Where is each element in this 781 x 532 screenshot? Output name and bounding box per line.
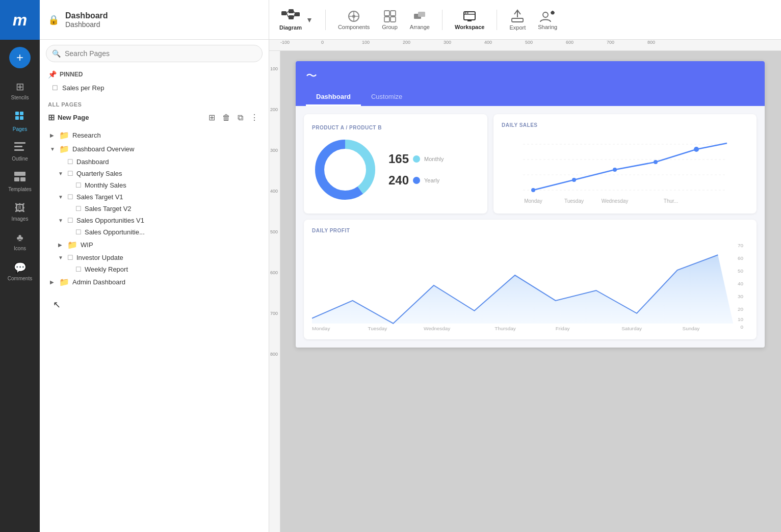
ruler-mark-v: 400 bbox=[270, 189, 278, 194]
delete-page-action[interactable]: 🗑 bbox=[220, 112, 232, 123]
tree-item-sales-opp-v2[interactable]: ▶ ☐ Sales Opportunitie... bbox=[48, 226, 261, 238]
svg-text:Tuesday: Tuesday bbox=[368, 326, 387, 331]
group-icon bbox=[383, 10, 397, 23]
add-button[interactable]: + bbox=[9, 47, 31, 68]
sidebar-item-outline[interactable]: Outline bbox=[0, 137, 40, 167]
svg-rect-29 bbox=[418, 12, 425, 17]
group-label: Group bbox=[382, 24, 398, 30]
add-page-action[interactable]: ⊞ bbox=[206, 112, 217, 123]
cursor-indicator: ↖ bbox=[48, 289, 261, 315]
svg-rect-13 bbox=[295, 12, 300, 16]
diagram-icon-area[interactable]: Diagram bbox=[279, 9, 302, 31]
ruler-mark-v: 200 bbox=[270, 107, 278, 112]
diagram-group: Diagram ▼ bbox=[279, 9, 313, 31]
page-doc-icon: ☐ bbox=[52, 84, 58, 92]
legend-yearly: 240 Yearly bbox=[388, 173, 444, 188]
all-pages-label: ALL PAGES bbox=[48, 101, 261, 108]
pin-icon: 📌 bbox=[48, 70, 57, 78]
folder-icon: 📁 bbox=[59, 277, 69, 287]
workspace-icon bbox=[462, 10, 477, 23]
svg-text:0: 0 bbox=[741, 324, 744, 330]
tree-item-monthly-sales[interactable]: ▶ ☐ Monthly Sales bbox=[48, 179, 261, 191]
sidebar-item-pages[interactable]: Pages bbox=[0, 105, 40, 137]
diagram-label: Diagram bbox=[279, 24, 302, 31]
daily-sales-chart: Monday Tuesday Wednesday Thur... bbox=[502, 134, 748, 205]
sidebar-item-images[interactable]: 🖼 Images bbox=[0, 197, 40, 227]
toolbar-subtitle: Dashboard bbox=[65, 20, 108, 29]
tree-item-investor-update[interactable]: ▼ ☐ Investor Update bbox=[48, 252, 261, 263]
tree-item-admin-dashboard[interactable]: ▶ 📁 Admin Dashboard bbox=[48, 275, 261, 289]
sidebar-item-comments[interactable]: 💬 Comments bbox=[0, 256, 40, 286]
folder-icon: 📁 bbox=[59, 144, 69, 154]
copy-page-action[interactable]: ⧉ bbox=[236, 112, 245, 123]
sidebar-item-stencils[interactable]: ⊞ Stencils bbox=[0, 75, 40, 105]
tree-item-dashboard-overview[interactable]: ▼ 📁 Dashboard Overview bbox=[48, 142, 261, 156]
tree-item-wip[interactable]: ▶ 📁 WIP bbox=[48, 238, 261, 252]
images-icon: 🖼 bbox=[15, 202, 25, 214]
diagram-dropdown-icon[interactable]: ▼ bbox=[306, 16, 313, 24]
new-page-button[interactable]: ⊞ New Page bbox=[48, 111, 89, 124]
tree-arrow-icon: ▼ bbox=[50, 146, 56, 152]
ruler-mark: -100 bbox=[280, 40, 290, 45]
arrange-group[interactable]: Arrange bbox=[410, 10, 430, 30]
sharing-icon bbox=[539, 10, 556, 23]
tree-item-weekly-report[interactable]: ▶ ☐ Weekly Report bbox=[48, 263, 261, 275]
canvas-wrapper[interactable]: -100 0 100 200 300 400 500 600 700 800 1… bbox=[269, 40, 781, 532]
pinned-label: 📌 PINNED bbox=[48, 70, 261, 78]
sidebar-item-label: Comments bbox=[8, 276, 32, 281]
tree-item-sales-target-v1[interactable]: ▼ ☐ Sales Target V1 bbox=[48, 191, 261, 203]
sidebar-item-icons[interactable]: ♣ Icons bbox=[0, 227, 40, 256]
svg-text:20: 20 bbox=[738, 306, 744, 312]
doc-icon: ☐ bbox=[75, 205, 82, 212]
ruler-mark: 200 bbox=[403, 40, 410, 45]
svg-line-15 bbox=[287, 13, 289, 17]
more-page-action[interactable]: ⋮ bbox=[248, 112, 261, 123]
daily-sales-card: DAILY SALES bbox=[493, 114, 757, 214]
ruler-mark: 100 bbox=[362, 40, 370, 45]
export-group[interactable]: Export bbox=[509, 9, 526, 31]
pinned-item-sales-per-rep[interactable]: ☐ Sales per Rep bbox=[48, 82, 261, 94]
ruler-mark: 600 bbox=[566, 40, 574, 45]
tree-item-research[interactable]: ▶ 📁 Research bbox=[48, 128, 261, 142]
search-input[interactable] bbox=[46, 45, 263, 62]
svg-text:30: 30 bbox=[738, 294, 744, 299]
diagram-svg-icon bbox=[281, 9, 300, 23]
templates-icon bbox=[14, 172, 25, 184]
new-page-icon: ⊞ bbox=[48, 113, 55, 122]
tree-item-sales-target-v2[interactable]: ▶ ☐ Sales Target V2 bbox=[48, 203, 261, 215]
daily-profit-svg: 70 60 50 40 30 20 10 0 bbox=[312, 240, 748, 331]
monthly-dot bbox=[413, 155, 420, 163]
sharing-label: Sharing bbox=[538, 24, 557, 30]
components-group[interactable]: Components bbox=[338, 10, 370, 30]
sidebar-item-templates[interactable]: Templates bbox=[0, 167, 40, 197]
svg-rect-0 bbox=[15, 112, 19, 115]
sidebar-item-label: Pages bbox=[13, 126, 27, 132]
tree-item-dashboard[interactable]: ▶ ☐ Dashboard bbox=[48, 156, 261, 168]
tab-customize[interactable]: Customize bbox=[361, 89, 412, 106]
tree-item-quarterly-sales[interactable]: ▼ ☐ Quarterly Sales bbox=[48, 168, 261, 179]
sharing-group[interactable]: Sharing bbox=[538, 10, 557, 30]
doc-icon: ☐ bbox=[75, 228, 82, 236]
tab-dashboard[interactable]: Dashboard bbox=[306, 89, 361, 106]
divider2 bbox=[442, 10, 442, 30]
svg-rect-10 bbox=[281, 11, 287, 15]
svg-rect-27 bbox=[390, 17, 396, 22]
search-icon: 🔍 bbox=[52, 49, 61, 58]
donut-legend: 165 Monthly bbox=[388, 152, 444, 188]
ruler-mark: 700 bbox=[607, 40, 614, 45]
icon-sidebar: m + ⊞ Stencils Pages Outline bbox=[0, 0, 40, 532]
ruler-mark: 500 bbox=[525, 40, 533, 45]
doc-icon: ☐ bbox=[67, 254, 73, 261]
svg-text:Monday: Monday bbox=[524, 198, 542, 204]
tree-item-sales-opp-v1[interactable]: ▼ ☐ Sales Opportunities V1 bbox=[48, 215, 261, 226]
svg-text:10: 10 bbox=[738, 316, 744, 322]
pages-panel: 🔒 Dashboard Dashboard 🔍 📌 PINNED ☐ Sales… bbox=[40, 0, 269, 532]
ruler-mark-v: 100 bbox=[270, 66, 278, 71]
logo-button[interactable]: m bbox=[0, 0, 40, 40]
export-label: Export bbox=[509, 24, 526, 31]
workspace-group[interactable]: Workspace bbox=[455, 10, 485, 30]
svg-text:Wednesday: Wednesday bbox=[424, 326, 450, 331]
legend-monthly: 165 Monthly bbox=[388, 152, 444, 166]
group-group[interactable]: Group bbox=[382, 10, 398, 30]
comments-icon: 💬 bbox=[14, 261, 27, 274]
